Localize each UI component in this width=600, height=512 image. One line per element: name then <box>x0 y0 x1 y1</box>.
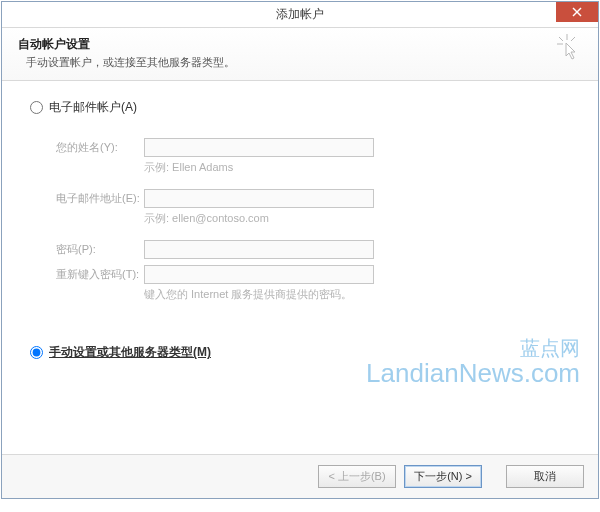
cursor-click-icon <box>554 34 580 65</box>
password-input[interactable] <box>144 240 374 259</box>
wizard-body: 电子邮件帐户(A) 您的姓名(Y): 示例: Ellen Adams 电子邮件地… <box>2 81 598 361</box>
back-button[interactable]: < 上一步(B) <box>318 465 396 488</box>
retype-input[interactable] <box>144 265 374 284</box>
radio-manual-label: 手动设置或其他服务器类型(M) <box>49 344 211 361</box>
watermark-en: LandianNews.com <box>366 359 580 388</box>
svg-line-4 <box>559 37 563 41</box>
name-example: 示例: Ellen Adams <box>144 159 570 175</box>
password-hint: 键入您的 Internet 服务提供商提供的密码。 <box>144 286 570 302</box>
next-button[interactable]: 下一步(N) > <box>404 465 482 488</box>
name-input[interactable] <box>144 138 374 157</box>
radio-email-account[interactable]: 电子邮件帐户(A) <box>30 99 570 116</box>
radio-email-label: 电子邮件帐户(A) <box>49 99 137 116</box>
close-button[interactable] <box>556 2 598 22</box>
email-form: 您的姓名(Y): 示例: Ellen Adams 电子邮件地址(E): 示例: … <box>56 138 570 302</box>
wizard-footer: < 上一步(B) 下一步(N) > 取消 <box>2 454 598 498</box>
email-label: 电子邮件地址(E): <box>56 191 144 206</box>
cancel-button[interactable]: 取消 <box>506 465 584 488</box>
name-label: 您的姓名(Y): <box>56 140 144 155</box>
header-subtitle: 手动设置帐户，或连接至其他服务器类型。 <box>18 55 582 70</box>
titlebar: 添加帐户 <box>2 2 598 28</box>
close-icon <box>572 7 582 17</box>
email-example: 示例: ellen@contoso.com <box>144 210 570 226</box>
add-account-dialog: 添加帐户 自动帐户设置 手动设置帐户，或连接至其他服务器类型。 <box>1 1 599 499</box>
radio-manual-setup[interactable]: 手动设置或其他服务器类型(M) <box>30 344 570 361</box>
email-input[interactable] <box>144 189 374 208</box>
radio-manual-input[interactable] <box>30 346 43 359</box>
password-label: 密码(P): <box>56 242 144 257</box>
svg-line-5 <box>571 37 575 41</box>
header-title: 自动帐户设置 <box>18 36 582 53</box>
window-title: 添加帐户 <box>276 6 324 23</box>
radio-email-input[interactable] <box>30 101 43 114</box>
retype-label: 重新键入密码(T): <box>56 267 144 282</box>
wizard-header: 自动帐户设置 手动设置帐户，或连接至其他服务器类型。 <box>2 28 598 81</box>
